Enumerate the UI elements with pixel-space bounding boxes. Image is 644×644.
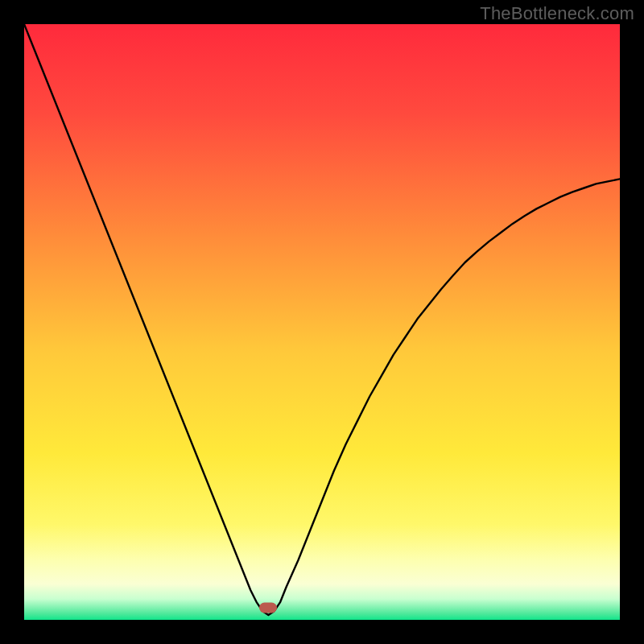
min-marker: [259, 603, 277, 613]
curve-layer: [24, 24, 620, 620]
bottleneck-curve: [24, 24, 620, 615]
plot-area: [24, 24, 620, 620]
watermark-text: TheBottleneck.com: [480, 3, 634, 24]
chart-frame: TheBottleneck.com: [0, 0, 644, 644]
